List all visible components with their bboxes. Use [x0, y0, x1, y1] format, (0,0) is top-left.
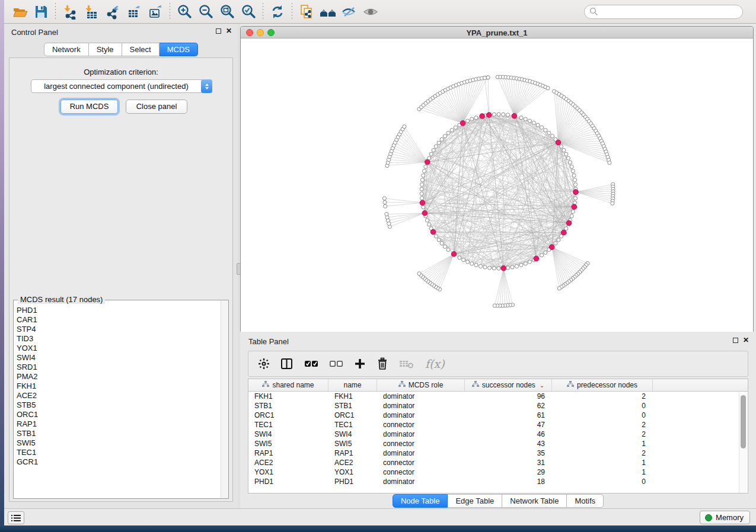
leaf-node[interactable]	[383, 200, 387, 204]
mcds-hub-node[interactable]	[486, 113, 492, 118]
network-node[interactable]	[420, 192, 423, 196]
network-node[interactable]	[564, 227, 568, 230]
network-canvas[interactable]	[241, 39, 753, 332]
network-node[interactable]	[502, 113, 505, 116]
mcds-result-item[interactable]: TEC1	[17, 448, 212, 457]
network-node[interactable]	[466, 119, 470, 123]
leaf-node[interactable]	[417, 272, 421, 275]
mcds-hub-node[interactable]	[430, 229, 436, 235]
float-table-panel-icon[interactable]	[733, 338, 738, 343]
mcds-result-item[interactable]: TID3	[17, 334, 212, 344]
import-table-icon[interactable]	[81, 2, 102, 21]
network-node[interactable]	[511, 265, 514, 269]
tab-select[interactable]: Select	[122, 43, 160, 56]
column-header-shared-name[interactable]: shared name	[248, 379, 328, 391]
table-scrollbar[interactable]	[739, 392, 747, 493]
network-node[interactable]	[544, 251, 547, 254]
network-node[interactable]	[562, 149, 566, 152]
delete-columns-icon[interactable]	[377, 357, 388, 370]
memory-button[interactable]: Memory	[700, 511, 750, 524]
new-network-from-selection-icon[interactable]	[296, 2, 317, 21]
column-header-successor-nodes[interactable]: successor nodes⌄	[465, 379, 552, 391]
deselect-all-rows-icon[interactable]	[329, 359, 343, 368]
mcds-hub-node[interactable]	[549, 245, 554, 250]
float-panel-icon[interactable]	[216, 28, 221, 34]
mcds-hub-node[interactable]	[512, 113, 517, 118]
optimization-criterion-select[interactable]: largest connected component (undirected)	[31, 79, 212, 93]
mcds-result-item[interactable]: ORC1	[17, 410, 212, 419]
import-network-icon[interactable]	[59, 2, 81, 21]
table-row[interactable]: FKH1FKH1dominator962	[248, 392, 739, 401]
leaf-node[interactable]	[608, 161, 611, 165]
open-file-icon[interactable]	[9, 2, 30, 21]
table-row[interactable]: RAP1RAP1dominator352	[248, 448, 739, 458]
mcds-result-item[interactable]: SWI4	[17, 353, 212, 363]
mcds-result-item[interactable]: YOX1	[17, 344, 212, 353]
network-node[interactable]	[428, 223, 431, 226]
network-node[interactable]	[450, 129, 454, 132]
network-node[interactable]	[443, 134, 446, 138]
network-node[interactable]	[566, 156, 570, 160]
network-node[interactable]	[497, 113, 500, 116]
network-node[interactable]	[488, 266, 492, 270]
mcds-result-item[interactable]: SWI5	[17, 438, 212, 448]
search-input[interactable]	[598, 7, 729, 16]
leaf-node[interactable]	[403, 125, 406, 129]
network-node[interactable]	[572, 174, 576, 177]
table-scrollbar-thumb[interactable]	[741, 395, 746, 448]
mcds-result-item[interactable]: GCR1	[17, 457, 212, 467]
network-node[interactable]	[420, 182, 423, 186]
leaf-node[interactable]	[385, 212, 388, 216]
tab-style[interactable]: Style	[89, 43, 122, 56]
mcds-hub-node[interactable]	[501, 265, 506, 271]
network-node[interactable]	[573, 182, 577, 186]
table-row[interactable]: TEC1TEC1connector472	[248, 420, 739, 430]
tab-network[interactable]: Network	[44, 43, 89, 56]
column-header-name[interactable]: name	[328, 379, 377, 391]
network-node[interactable]	[564, 152, 568, 156]
network-node[interactable]	[573, 201, 577, 204]
zoom-selected-icon[interactable]	[238, 2, 259, 21]
network-node[interactable]	[540, 254, 544, 257]
mcds-hub-node[interactable]	[572, 204, 577, 210]
table-row[interactable]: ACE2ACE2connector311	[248, 458, 739, 467]
mcds-hub-node[interactable]	[422, 210, 428, 216]
first-neighbors-icon[interactable]	[317, 2, 339, 21]
network-node[interactable]	[570, 214, 573, 218]
network-node[interactable]	[571, 210, 575, 213]
mcds-hub-node[interactable]	[480, 114, 485, 119]
network-node[interactable]	[458, 256, 461, 259]
network-node[interactable]	[560, 145, 563, 148]
network-node[interactable]	[573, 196, 577, 200]
network-node[interactable]	[492, 267, 496, 270]
network-node[interactable]	[492, 113, 496, 116]
mcds-hub-node[interactable]	[425, 159, 430, 165]
network-node[interactable]	[420, 187, 423, 191]
network-node[interactable]	[437, 238, 441, 242]
leaf-node[interactable]	[546, 86, 550, 90]
zoom-in-icon[interactable]	[174, 2, 195, 21]
leaf-node[interactable]	[611, 201, 614, 205]
network-node[interactable]	[443, 245, 446, 248]
mcds-result-item[interactable]: PMA2	[17, 372, 212, 382]
network-node[interactable]	[483, 265, 487, 269]
mcds-result-item[interactable]: STP4	[17, 325, 212, 334]
column-menu-chevron-icon[interactable]: ⌄	[540, 382, 544, 389]
network-node[interactable]	[429, 152, 433, 156]
mcds-list-scrollbar[interactable]	[221, 300, 228, 498]
zoom-fit-icon[interactable]	[216, 2, 238, 21]
close-panel-icon[interactable]: ✕	[226, 28, 232, 34]
hide-selected-icon[interactable]	[339, 2, 360, 21]
network-node[interactable]	[497, 267, 500, 270]
network-node[interactable]	[506, 266, 509, 270]
table-row[interactable]: STB1STB1dominator620	[248, 401, 739, 411]
network-node[interactable]	[440, 137, 444, 141]
network-node[interactable]	[423, 169, 426, 173]
column-header-predecessor-nodes[interactable]: predecessor nodes	[552, 379, 653, 391]
network-node[interactable]	[570, 165, 573, 168]
network-node[interactable]	[528, 119, 531, 123]
network-node[interactable]	[551, 134, 554, 138]
mcds-result-item[interactable]: PHD1	[17, 306, 212, 315]
leaf-node[interactable]	[382, 197, 386, 200]
network-node[interactable]	[425, 219, 429, 222]
